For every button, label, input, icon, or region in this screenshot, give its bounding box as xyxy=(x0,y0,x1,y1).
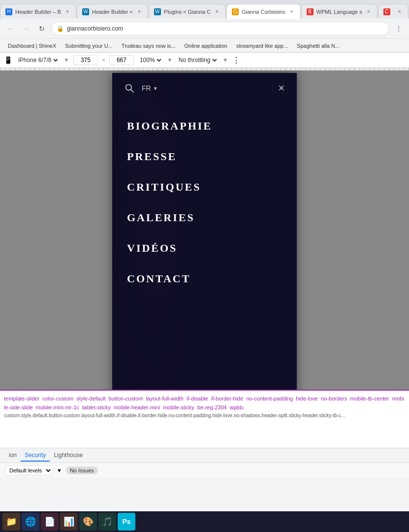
tab-favicon-tab3: W xyxy=(154,8,161,15)
issues-badge: No Issues xyxy=(66,466,98,474)
devtools-class-no-content-padding: no-content-padding xyxy=(246,396,294,401)
mobile-viewport: GC GIANNA CORBISIERO FR ▼ xyxy=(112,73,297,390)
taskbar-icon-paint[interactable]: 🎨 xyxy=(79,513,97,531)
url-text: giannacorbisiero.com xyxy=(67,25,384,32)
devtools-class-button-custom: button-custom xyxy=(109,396,145,401)
viewport-wrapper: GC GIANNA CORBISIERO FR ▼ xyxy=(0,70,409,390)
devtools-class-mobile-mini-mr-1c: mobile-mini-mr-1c xyxy=(36,404,81,410)
tab-favicon-tab6: C xyxy=(383,8,390,15)
tab-label-tab5: WPML Language s xyxy=(316,9,362,15)
devtools-tab-ion[interactable]: ion xyxy=(5,450,21,462)
search-icon xyxy=(125,83,134,93)
menu-top-bar: FR ▼ × xyxy=(112,73,297,101)
browser-tab-tab6[interactable]: C× xyxy=(378,4,409,19)
devtools-tab-lighthouse[interactable]: Lighthouse xyxy=(50,450,87,462)
tab-favicon-tab1: H xyxy=(5,8,12,15)
devtools-class-no-borders: no-borders xyxy=(321,396,348,401)
zoom-select[interactable]: 100% xyxy=(138,56,163,64)
tab-close-tab3[interactable]: × xyxy=(214,8,220,15)
tab-close-tab5[interactable]: × xyxy=(365,8,372,15)
language-selector[interactable]: FR ▼ xyxy=(142,84,158,92)
devtools-class-mobile-sticky: mobile-sticky xyxy=(163,404,196,410)
devtools-class-mobile-header-mini: mobile-header-mini xyxy=(114,404,161,410)
bookmarks-bar: Dashboard | ShineXSubmitting your U...Tr… xyxy=(0,38,409,52)
bookmark-item-2[interactable]: Trudeau says now is... xyxy=(118,42,180,50)
tab-close-tab6[interactable]: × xyxy=(396,8,403,15)
devtools-class-tablet-sticky: tablet-sticky xyxy=(82,404,112,410)
device-icon: 📱 xyxy=(4,56,12,64)
menu-item-contact[interactable]: CONTACT xyxy=(112,264,297,294)
menu-item-critiques[interactable]: CRITIQUES xyxy=(112,172,297,202)
devtools-class-color-custom: color-custom xyxy=(42,396,75,401)
devtools-class-be-reg-2304: be-reg-2304 xyxy=(197,404,228,410)
taskbar-icon-music[interactable]: 🎵 xyxy=(98,513,116,531)
taskbar-icon-photoshop[interactable]: Ps xyxy=(118,513,135,531)
bookmark-item-0[interactable]: Dashboard | ShineX xyxy=(4,42,60,50)
lock-icon: 🔒 xyxy=(57,25,64,32)
devtools-class-wpbb-: wpbb- xyxy=(230,404,245,410)
devtools-class-template-slider: template-slider xyxy=(4,396,41,401)
reload-button[interactable]: ↻ xyxy=(35,22,48,35)
tab-bar: HHeader Builder – B×WHeader Builder <×WP… xyxy=(0,0,409,19)
tab-label-tab1: Header Builder – B xyxy=(15,9,61,15)
bookmark-item-1[interactable]: Submitting your U... xyxy=(61,42,117,50)
menu-item-galeries[interactable]: GALERIES xyxy=(112,202,297,233)
device-select[interactable]: iPhone 6/7/8 xyxy=(16,56,60,64)
menu-item-videos[interactable]: VIDÉOS xyxy=(112,233,297,264)
chevron-down-icon: ▼ xyxy=(153,86,158,91)
devtools-panel: template-slider color-custom style-defau… xyxy=(0,390,409,448)
throttling-select[interactable]: No throttling xyxy=(177,56,219,64)
taskbar-icon-office[interactable]: 📊 xyxy=(60,513,78,531)
browser-tab-tab1[interactable]: HHeader Builder – B× xyxy=(0,4,76,19)
extensions-button[interactable]: ⋮ xyxy=(392,22,405,35)
browser-tab-tab2[interactable]: WHeader Builder <× xyxy=(77,4,148,19)
browser-tab-tab3[interactable]: WPlugins < Gianna C× xyxy=(149,4,226,19)
tab-close-tab2[interactable]: × xyxy=(136,8,143,15)
devtools-class-mobile-tb-center: mobile-tb-center xyxy=(350,396,391,401)
devtools-bottom-bar: ionSecurityLighthouse xyxy=(0,448,409,463)
back-button[interactable]: ← xyxy=(4,22,17,35)
forward-button[interactable]: → xyxy=(20,22,32,35)
devtools-tab-security[interactable]: Security xyxy=(21,450,50,462)
tab-label-tab3: Plugins < Gianna C xyxy=(164,9,211,15)
search-button[interactable] xyxy=(125,83,134,93)
menu-item-biographie[interactable]: BIOGRAPHIE xyxy=(112,111,297,141)
menu-close-button[interactable]: × xyxy=(278,83,284,94)
svg-line-1 xyxy=(131,90,133,92)
devtools-class-if-disable: if-disable xyxy=(187,396,210,401)
bookmark-item-5[interactable]: Spaghetti alla N... xyxy=(293,42,344,50)
devtools-toolbar: 📱 iPhone 6/7/8 ▼ × 100% ▼ No throttling … xyxy=(0,52,409,68)
tab-favicon-tab5: B xyxy=(307,8,314,15)
level-chevron-icon: ▼ xyxy=(57,467,62,473)
menu-navigation: BIOGRAPHIEPRESSECRITIQUESGALERIESVIDÉOSC… xyxy=(112,101,297,390)
more-options-icon[interactable]: ⋮ xyxy=(232,56,240,65)
browser-tab-tab4[interactable]: GGianna Corbisiero× xyxy=(226,4,301,19)
lang-label: FR xyxy=(142,84,151,92)
dimension-separator: × xyxy=(102,57,105,64)
taskbar-icon-file-manager[interactable]: 📁 xyxy=(2,513,20,531)
tab-label-tab4: Gianna Corbisiero xyxy=(242,9,285,15)
bookmark-item-4[interactable]: streamyard like app... xyxy=(232,42,292,50)
tab-close-tab4[interactable]: × xyxy=(288,8,295,15)
bookmark-item-3[interactable]: Online application xyxy=(181,42,231,50)
tab-favicon-tab4: G xyxy=(232,8,239,15)
address-bar[interactable]: 🔒 giannacorbisiero.com xyxy=(51,22,389,35)
mobile-menu-overlay: FR ▼ × BIOGRAPHIEPRESSECRITIQUESGALERIES… xyxy=(112,73,297,390)
browser-chrome: HHeader Builder – B×WHeader Builder <×WP… xyxy=(0,0,409,52)
tab-favicon-tab2: W xyxy=(82,8,89,15)
width-input[interactable] xyxy=(73,55,98,65)
height-input[interactable] xyxy=(109,55,134,65)
menu-item-presse[interactable]: PRESSE xyxy=(112,141,297,172)
browser-tab-tab5[interactable]: BWPML Language s× xyxy=(301,4,378,19)
devtools-class-hide-love: hide-love xyxy=(296,396,319,401)
taskbar-icon-reader[interactable]: 📄 xyxy=(41,513,59,531)
devtools-issues-row: Default levels ▼ No Issues xyxy=(0,463,409,477)
taskbar: 📁🌐📄📊🎨🎵Ps xyxy=(0,511,409,532)
tab-label-tab2: Header Builder < xyxy=(92,9,133,15)
devtools-class-if-border-hide: if-border-hide xyxy=(211,396,245,401)
devtools-classes-row2: custom.style.default.button-custom.layou… xyxy=(4,412,405,419)
devtools-class-style-default: style-default xyxy=(76,396,107,401)
level-select[interactable]: Default levels xyxy=(5,466,53,475)
taskbar-icon-chrome[interactable]: 🌐 xyxy=(22,513,39,531)
tab-close-tab1[interactable]: × xyxy=(64,8,71,15)
